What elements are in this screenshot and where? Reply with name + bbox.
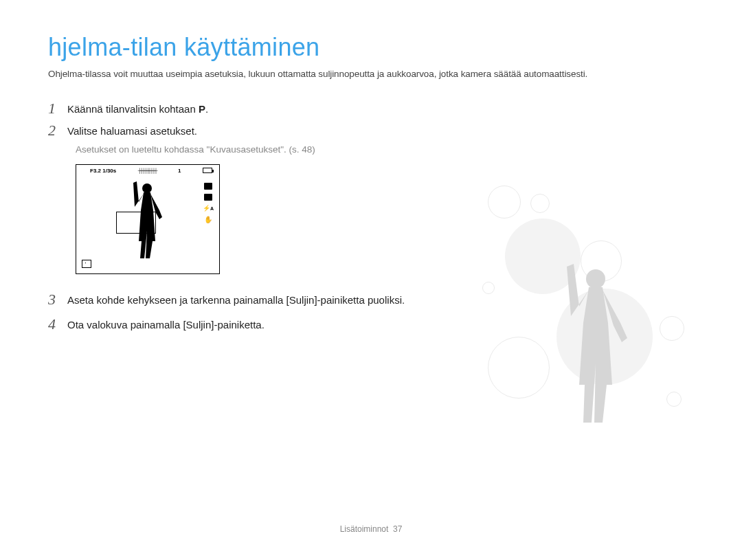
svg-point-0	[142, 183, 152, 193]
focus-frame-icon	[116, 212, 156, 234]
step-2: 2 Valitse haluamasi asetukset.	[48, 122, 419, 139]
step-number: 4	[48, 315, 67, 333]
decorative-bubbles	[467, 186, 715, 460]
step-3: 3 Aseta kohde kehykseen ja tarkenna pain…	[48, 291, 419, 309]
step-4: 4 Ota valokuva painamalla [Suljin]-paini…	[48, 315, 419, 333]
step-number: 1	[48, 100, 67, 117]
flash-auto-icon: ⚡A	[203, 205, 214, 212]
step-list: 1 Käännä tilanvalitsin kohtaan P. 2 Vali…	[48, 100, 419, 334]
footer-page: 37	[393, 524, 402, 534]
step-text: Valitse haluamasi asetukset.	[67, 122, 197, 138]
page-footer: Lisätoiminnot 37	[0, 524, 742, 534]
decorative-silhouette	[546, 254, 636, 436]
resolution-icon	[204, 183, 212, 190]
footer-section: Lisätoiminnot	[340, 524, 389, 534]
step-text-before: Käännä tilanvalitsin kohtaan	[67, 103, 196, 115]
step-note: Asetukset on lueteltu kohdassa "Kuvausas…	[76, 144, 419, 155]
counter-display: 1	[178, 168, 181, 174]
step-text: Ota valokuva painamalla [Suljin]-painike…	[67, 315, 265, 332]
stabilization-icon: ✋	[204, 216, 212, 223]
step-text-after: .	[205, 103, 208, 115]
camera-side-icons: ⚡A ✋	[203, 183, 214, 223]
step-1: 1 Käännä tilanvalitsin kohtaan P.	[48, 100, 419, 117]
svg-point-1	[586, 269, 605, 289]
step-text: Käännä tilanvalitsin kohtaan P.	[67, 100, 208, 116]
camera-screen-illustration: F3.2 1/30s ┼┼┼┼┼┼┼┼┼ 1 ⚡A ✋	[76, 164, 220, 274]
step-number: 2	[48, 122, 67, 139]
intro-text: Ohjelma-tilassa voit muuttaa useimpia as…	[48, 69, 694, 79]
aperture-shutter-display: F3.2 1/30s	[90, 168, 116, 174]
camera-top-bar: F3.2 1/30s ┼┼┼┼┼┼┼┼┼ 1	[90, 168, 212, 174]
mode-indicator-icon	[82, 260, 91, 268]
step-number: 3	[48, 291, 67, 309]
mode-symbol: P	[199, 103, 205, 115]
step-text: Aseta kohde kehykseen ja tarkenna painam…	[67, 291, 405, 307]
battery-icon	[203, 168, 212, 173]
exposure-scale-icon: ┼┼┼┼┼┼┼┼┼	[138, 168, 157, 173]
page-title: hjelma-tilan käyttäminen	[48, 33, 694, 62]
metering-icon	[204, 194, 212, 201]
